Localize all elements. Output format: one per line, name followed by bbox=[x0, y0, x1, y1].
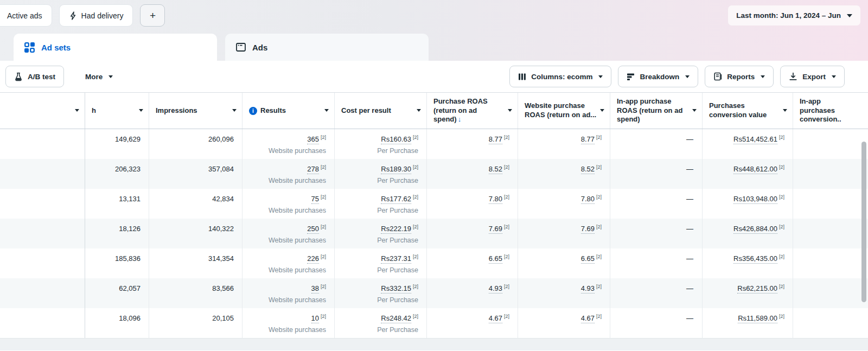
purchases-conversion-value[interactable]: Rs426,884.00 bbox=[733, 225, 777, 234]
cost-per-result-value[interactable]: Rs332.15 bbox=[381, 284, 411, 293]
cell-cost-per-result: Rs332.15[2] Per Purchase bbox=[335, 278, 427, 308]
sort-descending-icon[interactable]: ↓ bbox=[458, 115, 462, 123]
website-purchase-roas-value[interactable]: 7.69 bbox=[581, 225, 595, 234]
cell-in-app-conversion bbox=[793, 129, 868, 159]
results-value[interactable]: 365 bbox=[307, 135, 319, 144]
ab-test-label: A/B test bbox=[28, 73, 55, 81]
footnote-marker: [2] bbox=[596, 164, 602, 170]
footnote-marker: [2] bbox=[779, 284, 784, 290]
results-value[interactable]: 278 bbox=[307, 165, 319, 174]
cell-unnamed bbox=[0, 278, 85, 308]
column-caret-icon[interactable] bbox=[508, 109, 512, 112]
columns-button[interactable]: Columns: ecomm bbox=[509, 66, 611, 87]
cell-purchase-roas: 6.65[2] bbox=[427, 248, 518, 278]
metrics-table: h Impressions i Results Cost per result … bbox=[0, 92, 868, 338]
export-button[interactable]: Export bbox=[780, 66, 845, 87]
column-header-unnamed[interactable] bbox=[0, 93, 85, 129]
tab-ad-sets[interactable]: Ad sets bbox=[14, 34, 217, 61]
cell-in-app-purchase-roas: — bbox=[610, 219, 703, 248]
reports-button[interactable]: Reports bbox=[705, 66, 774, 87]
column-header-reach[interactable]: h bbox=[85, 93, 149, 129]
table-row: 18,126 140,322 250[2] Website purchases … bbox=[0, 219, 868, 248]
breakdown-label: Breakdown bbox=[640, 73, 679, 81]
column-header-in-app-purchase-roas[interactable]: In-app purchase ROAS (return on ad spend… bbox=[610, 93, 703, 129]
website-purchase-roas-value[interactable]: 4.67 bbox=[581, 314, 595, 323]
column-header-results[interactable]: i Results bbox=[242, 93, 335, 129]
filter-had-delivery[interactable]: Had delivery bbox=[59, 4, 133, 27]
column-caret-icon[interactable] bbox=[75, 109, 79, 112]
results-value[interactable]: 10 bbox=[311, 314, 319, 323]
cell-purchase-roas: 4.67[2] bbox=[427, 308, 518, 338]
column-caret-icon[interactable] bbox=[324, 109, 329, 112]
results-value[interactable]: 226 bbox=[307, 254, 319, 264]
cell-purchases-conversion-value: Rs448,612.00[2] bbox=[703, 159, 793, 189]
purchases-conversion-value[interactable]: Rs514,452.61 bbox=[733, 135, 777, 144]
column-header-in-app-purchases-conversion[interactable]: In-app purchases conversion.. bbox=[793, 93, 868, 129]
purchases-conversion-value[interactable]: Rs11,589.00 bbox=[738, 314, 777, 323]
column-header-cost-per-result[interactable]: Cost per result bbox=[335, 93, 427, 129]
cell-purchase-roas: 7.69[2] bbox=[427, 219, 518, 248]
purchases-conversion-value[interactable]: Rs356,435.00 bbox=[733, 254, 777, 264]
purchases-conversion-value[interactable]: Rs448,612.00 bbox=[733, 165, 777, 174]
column-caret-icon[interactable] bbox=[139, 109, 143, 112]
more-button[interactable]: More bbox=[77, 66, 121, 87]
column-header-purchase-roas[interactable]: Purchase ROAS (return on ad spend)↓ bbox=[427, 93, 518, 129]
cell-impressions: 42,834 bbox=[149, 189, 242, 219]
reports-label: Reports bbox=[727, 73, 755, 81]
cell-website-purchase-roas: 4.67[2] bbox=[518, 308, 610, 338]
cost-per-result-value[interactable]: Rs189.30 bbox=[381, 165, 411, 174]
purchase-roas-value[interactable]: 7.69 bbox=[489, 225, 502, 234]
purchase-roas-value[interactable]: 8.77 bbox=[489, 135, 502, 144]
cell-in-app-conversion bbox=[793, 308, 868, 338]
purchase-roas-value[interactable]: 6.65 bbox=[489, 254, 502, 264]
cell-unnamed bbox=[0, 129, 85, 159]
filter-active-ads[interactable]: Active ads bbox=[0, 4, 52, 27]
ab-test-button[interactable]: A/B test bbox=[5, 66, 64, 87]
column-header-purchases-conversion-value[interactable]: Purchases conversion value bbox=[703, 93, 793, 129]
column-caret-icon[interactable] bbox=[692, 109, 697, 112]
cell-results: 10[2] Website purchases bbox=[242, 308, 335, 338]
results-value[interactable]: 38 bbox=[311, 284, 319, 293]
breakdown-button[interactable]: Breakdown bbox=[618, 66, 698, 87]
purchases-conversion-value[interactable]: Rs103,948.00 bbox=[733, 195, 777, 204]
website-purchase-roas-value[interactable]: 7.80 bbox=[581, 195, 595, 204]
column-caret-icon[interactable] bbox=[783, 109, 787, 112]
column-caret-icon[interactable] bbox=[417, 109, 421, 112]
info-icon[interactable]: i bbox=[249, 107, 257, 115]
website-purchase-roas-value[interactable]: 6.65 bbox=[581, 254, 595, 264]
cost-per-result-value[interactable]: Rs160.63 bbox=[381, 135, 411, 144]
cost-per-result-value[interactable]: Rs177.62 bbox=[381, 195, 411, 204]
cell-in-app-purchase-roas: — bbox=[610, 189, 703, 219]
column-header-website-purchase-roas[interactable]: Website purchase ROAS (return on ad... bbox=[518, 93, 610, 129]
cost-sublabel: Per Purchase bbox=[339, 266, 418, 275]
cell-impressions: 20,105 bbox=[149, 308, 242, 338]
ads-frame-icon bbox=[235, 42, 246, 53]
cost-per-result-value[interactable]: Rs248.42 bbox=[381, 314, 411, 323]
purchase-roas-value[interactable]: 4.67 bbox=[489, 314, 502, 323]
footnote-marker: [2] bbox=[504, 314, 509, 320]
add-filter-button[interactable]: + bbox=[140, 4, 165, 27]
cell-website-purchase-roas: 7.80[2] bbox=[518, 189, 610, 219]
website-purchase-roas-value[interactable]: 8.52 bbox=[581, 165, 595, 174]
purchases-conversion-value[interactable]: Rs62,215.00 bbox=[737, 284, 777, 293]
results-value[interactable]: 250 bbox=[307, 225, 319, 234]
column-caret-icon[interactable] bbox=[232, 109, 237, 112]
cost-per-result-value[interactable]: Rs237.31 bbox=[381, 254, 411, 264]
vertical-scrollbar[interactable] bbox=[861, 142, 866, 302]
column-caret-icon[interactable] bbox=[600, 109, 604, 112]
results-value[interactable]: 75 bbox=[311, 195, 319, 204]
website-purchase-roas-value[interactable]: 4.93 bbox=[581, 284, 595, 293]
website-purchase-roas-value[interactable]: 8.77 bbox=[581, 135, 595, 144]
cost-per-result-value[interactable]: Rs222.19 bbox=[381, 225, 411, 234]
tab-ads[interactable]: Ads bbox=[225, 34, 429, 61]
purchase-roas-value[interactable]: 8.52 bbox=[489, 165, 502, 174]
cell-cost-per-result: Rs237.31[2] Per Purchase bbox=[335, 248, 427, 278]
purchase-roas-value[interactable]: 7.80 bbox=[489, 195, 502, 204]
column-header-impressions[interactable]: Impressions bbox=[149, 93, 242, 129]
footnote-marker: [2] bbox=[779, 194, 784, 200]
results-sublabel: Website purchases bbox=[247, 207, 326, 215]
date-range-selector[interactable]: Last month: Jun 1, 2024 – Jun bbox=[728, 5, 860, 25]
purchase-roas-value[interactable]: 4.93 bbox=[489, 284, 502, 293]
cell-results: 278[2] Website purchases bbox=[242, 159, 335, 189]
cell-impressions: 357,084 bbox=[149, 159, 242, 189]
